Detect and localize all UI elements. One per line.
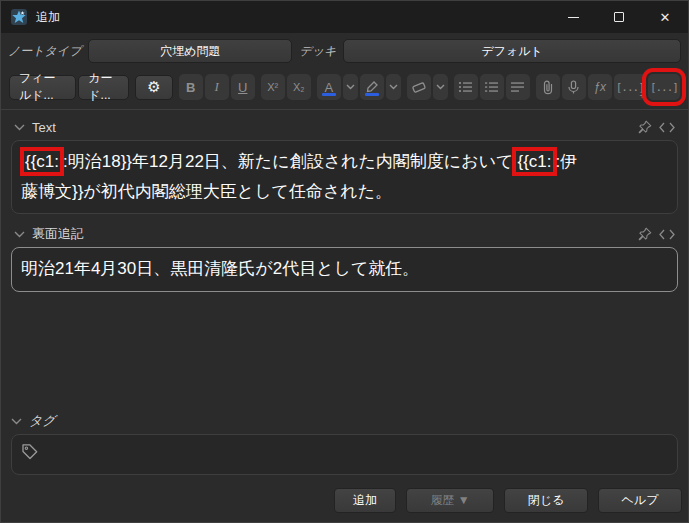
bold-button[interactable]: B — [179, 74, 203, 100]
tag-icon — [21, 442, 39, 460]
cloze-brackets: [...] — [650, 81, 678, 94]
close-icon: ✕ — [660, 11, 671, 24]
notetype-select-button[interactable]: 穴埋め問題 — [88, 39, 292, 63]
chevron-down-icon — [346, 84, 355, 90]
titlebar: 追加 ✕ — [1, 1, 688, 33]
remove-formatting-dropdown[interactable] — [433, 74, 448, 100]
tags-section: タグ — [1, 408, 688, 475]
deck-select-button[interactable]: デフォルト — [343, 39, 681, 63]
fields-button[interactable]: フィールド... — [9, 75, 76, 100]
window-title: 追加 — [36, 9, 60, 26]
field-input-text[interactable]: {{c1::明治18}}年12月22日、新たに創設された内閣制度において{{c1… — [11, 140, 678, 214]
chevron-down-icon — [436, 84, 445, 90]
anki-app-icon — [11, 9, 27, 25]
gear-icon[interactable]: ⚙ — [135, 75, 172, 100]
microphone-icon — [567, 80, 580, 95]
cloze-new-button[interactable]: [...] + — [614, 74, 646, 100]
collapse-chevron-icon[interactable] — [11, 418, 22, 425]
add-button[interactable]: 追加 — [334, 488, 396, 513]
footer-button-row: 追加 履歴 ▼ 閉じる ヘルプ — [1, 475, 688, 522]
unordered-list-button[interactable] — [454, 74, 478, 100]
eraser-icon — [411, 80, 427, 94]
html-editor-icon[interactable] — [659, 229, 675, 240]
tags-input[interactable] — [11, 434, 678, 475]
mathjax-button[interactable]: ƒx — [588, 74, 612, 100]
cloze-same-button[interactable]: [...] — [648, 74, 680, 100]
superscript-button[interactable]: X² — [261, 74, 285, 100]
maximize-button[interactable] — [596, 1, 642, 33]
pin-icon[interactable] — [638, 120, 652, 134]
text-color-swatch — [322, 93, 336, 96]
remove-formatting-button[interactable] — [407, 74, 431, 100]
highlight-color-swatch — [365, 93, 379, 96]
minimize-button[interactable] — [550, 1, 596, 33]
help-button[interactable]: ヘルプ — [598, 488, 682, 513]
maximize-icon — [614, 12, 624, 22]
tags-label: タグ — [29, 412, 56, 430]
highlight-color-dropdown[interactable] — [386, 74, 401, 100]
close-dialog-button[interactable]: 閉じる — [504, 488, 588, 513]
text-segment: :明治18}}年12月22日、新たに創設された内閣制度において — [63, 152, 513, 171]
subscript-button[interactable]: X₂ — [287, 74, 311, 100]
paperclip-icon — [542, 80, 554, 95]
chevron-down-icon — [389, 84, 398, 90]
cards-button[interactable]: カード... — [78, 75, 129, 100]
fields-area: Text {{c1::明治18}}年12月22日、新たに創設された内閣制度におい… — [1, 110, 688, 408]
collapse-chevron-icon[interactable] — [14, 124, 25, 131]
highlighter-pen-icon — [365, 80, 379, 94]
text-segment: :伊 — [556, 152, 578, 171]
anki-add-note-dialog: 追加 ✕ ノートタイプ 穴埋め問題 デッキ デフォルト フィールド... カード… — [0, 0, 689, 523]
pin-icon[interactable] — [638, 227, 652, 241]
plus-icon: + — [639, 90, 644, 100]
editor-toolbar: フィールド... カード... ⚙ B I U X² X₂ A — [1, 66, 688, 110]
cloze-marker-annotation: {{c1: — [20, 147, 64, 176]
alignment-button[interactable] — [506, 74, 530, 100]
notetype-deck-row: ノートタイプ 穴埋め問題 デッキ デフォルト — [1, 33, 688, 66]
attach-button[interactable] — [536, 74, 560, 100]
text-segment: 明治21年4月30日、黒田清隆氏が2代目として就任。 — [21, 259, 419, 278]
italic-button[interactable]: I — [205, 74, 229, 100]
field-input-back-extra[interactable]: 明治21年4月30日、黒田清隆氏が2代目として就任。 — [11, 247, 678, 292]
underline-button[interactable]: U — [231, 74, 255, 100]
numbered-list-icon — [484, 80, 499, 94]
highlight-color-button[interactable] — [360, 74, 384, 100]
deck-label: デッキ — [299, 43, 336, 60]
cloze-marker-annotation: {{c1: — [512, 147, 556, 176]
ordered-list-button[interactable] — [480, 74, 504, 100]
field-header-back-extra: 裏面追記 — [11, 221, 678, 247]
text-color-dropdown[interactable] — [343, 74, 358, 100]
close-button[interactable]: ✕ — [642, 1, 688, 33]
tags-header: タグ — [11, 408, 678, 434]
text-color-button[interactable]: A — [317, 74, 341, 100]
window-controls: ✕ — [550, 1, 688, 33]
html-editor-icon[interactable] — [659, 122, 675, 133]
align-justify-icon — [510, 80, 525, 94]
collapse-chevron-icon[interactable] — [14, 231, 25, 238]
text-segment: 藤博文}}が初代内閣総理大臣として任命された。 — [21, 182, 392, 201]
notetype-label: ノートタイプ — [8, 43, 81, 60]
bullet-list-icon — [458, 80, 473, 94]
history-button[interactable]: 履歴 ▼ — [406, 488, 494, 513]
minimize-icon — [568, 17, 579, 18]
field-header-text: Text — [11, 114, 678, 140]
field-label: 裏面追記 — [32, 225, 84, 243]
field-label: Text — [32, 120, 56, 135]
record-audio-button[interactable] — [562, 74, 586, 100]
